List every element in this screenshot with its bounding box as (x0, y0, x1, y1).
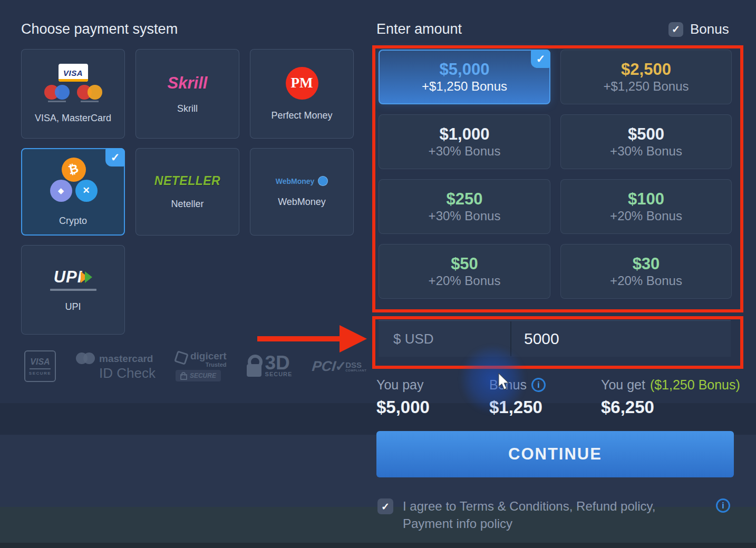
payment-method-label: VISA, MasterCard (35, 113, 111, 124)
perfect-money-icon: PM (286, 67, 318, 100)
amount-value: $2,500 (621, 61, 671, 77)
visa-secure-badge: VISA SECURE (24, 350, 56, 382)
amount-bonus: +$1,250 Bonus (422, 80, 507, 93)
you-get-label: You get (601, 377, 645, 393)
amount-input-panel: $ USD (379, 320, 731, 357)
choose-payment-title: Choose payment system (21, 21, 178, 37)
ethereum-icon: ◆ (50, 180, 72, 202)
terms-text[interactable]: I agree to Terms & Conditions, Refund po… (403, 497, 704, 532)
amount-bonus: +30% Bonus (610, 145, 682, 158)
digicert-badge: digicert Trusted SECURE (176, 351, 227, 381)
bonus-block: Bonus i $1,250 (489, 377, 546, 417)
3d-secure-badge: 3D SECURE (247, 355, 293, 378)
bitcoin-icon: ₿ (62, 158, 86, 182)
pci-dss-badge: PCI ✓ DSS COMPLIANT (312, 358, 366, 375)
webmoney-globe-icon (318, 176, 328, 186)
you-pay-value: $5,000 (376, 397, 430, 417)
terms-checkbox[interactable]: ✓ (377, 498, 393, 514)
payment-method-skrill[interactable]: Skrill Skrill (135, 49, 239, 139)
amount-value: $5,000 (440, 61, 490, 77)
payment-method-label: Perfect Money (271, 110, 332, 121)
padlock-icon (247, 355, 263, 378)
payment-method-grid: VISA VISA, MasterCard Skrill Skrill PM P… (21, 49, 354, 335)
amount-value: $1,000 (440, 126, 490, 142)
amount-value: $500 (628, 126, 664, 142)
payment-method-label: Skrill (177, 103, 198, 114)
security-badges-row: VISA SECURE mastercard ID Check digicert… (24, 349, 366, 384)
payment-method-crypto[interactable]: ✓ ₿ ◆ ✕ Crypto (21, 148, 125, 236)
payment-method-webmoney[interactable]: WebMoney WebMoney (250, 148, 354, 236)
upi-subtext-bar (50, 289, 96, 291)
you-pay-block: You pay $5,000 (376, 377, 430, 417)
payment-method-label: WebMoney (278, 197, 326, 208)
amount-grid: ✓ $5,000 +$1,250 Bonus $2,500 +$1,250 Bo… (379, 50, 732, 299)
bonus-toggle[interactable]: ✓ Bonus (668, 21, 729, 37)
lock-icon (180, 374, 187, 380)
amount-tile-250[interactable]: $250 +30% Bonus (379, 179, 550, 234)
amount-value: $250 (447, 191, 483, 207)
you-pay-label: You pay (376, 377, 423, 393)
amount-value: $100 (628, 191, 664, 207)
upi-arrow-icon (85, 271, 92, 283)
check-icon: ✓ (335, 358, 346, 375)
payment-method-label: Crypto (59, 216, 87, 227)
currency-selector[interactable]: $ USD (379, 331, 510, 347)
webmoney-logo: WebMoney (276, 176, 328, 186)
selected-check-icon: ✓ (105, 148, 125, 167)
amount-value: $50 (451, 256, 478, 272)
ripple-icon: ✕ (75, 180, 98, 202)
amount-bonus: +$1,250 Bonus (603, 80, 689, 93)
amount-tile-1000[interactable]: $1,000 +30% Bonus (379, 114, 550, 169)
you-get-value: $6,250 (601, 397, 740, 417)
amount-tile-30[interactable]: $30 +20% Bonus (560, 244, 732, 299)
crypto-coins-icon: ₿ ◆ ✕ (47, 158, 100, 205)
amount-bonus: +20% Bonus (610, 210, 682, 222)
skrill-logo: Skrill (168, 74, 208, 93)
amount-tile-2500[interactable]: $2,500 +$1,250 Bonus (560, 50, 732, 104)
amount-bonus: +20% Bonus (429, 275, 501, 287)
selected-check-icon: ✓ (531, 50, 550, 68)
amount-tile-50[interactable]: $50 +20% Bonus (379, 244, 550, 299)
background-band (0, 543, 756, 548)
amount-bonus: +20% Bonus (610, 275, 682, 287)
payment-method-neteller[interactable]: NETELLER Neteller (135, 148, 239, 236)
payment-method-upi[interactable]: UPI UPI (21, 245, 125, 335)
amount-tile-100[interactable]: $100 +20% Bonus (560, 179, 732, 234)
you-get-bonus-note: ($1,250 Bonus) (650, 377, 740, 393)
mastercard-circles-icon (76, 353, 95, 364)
enter-amount-title: Enter amount (376, 21, 462, 37)
bonus-checkbox[interactable]: ✓ (668, 22, 683, 37)
visa-mastercard-icon: VISA (44, 64, 102, 102)
you-get-block: You get ($1,250 Bonus) $6,250 (601, 377, 740, 417)
amount-value: $30 (633, 256, 660, 272)
bonus-label: Bonus (489, 377, 527, 393)
payment-method-perfect-money[interactable]: PM Perfect Money (250, 49, 354, 139)
terms-row: ✓ I agree to Terms & Conditions, Refund … (377, 497, 704, 532)
bonus-toggle-label: Bonus (690, 21, 729, 37)
annotation-arrow (257, 336, 341, 341)
payment-method-label: UPI (65, 301, 81, 312)
amount-tile-5000[interactable]: ✓ $5,000 +$1,250 Bonus (379, 50, 550, 104)
bonus-info-icon[interactable]: i (531, 378, 546, 392)
payment-method-label: Neteller (171, 199, 203, 210)
amount-bonus: +30% Bonus (429, 145, 501, 158)
deposit-modal: Choose payment system VISA VISA, MasterC… (0, 0, 756, 548)
bonus-value: $1,250 (489, 397, 546, 417)
annotation-arrow-head (340, 325, 367, 353)
mastercard-idcheck-badge: mastercard ID Check (76, 353, 156, 380)
neteller-logo: NETELLER (154, 174, 220, 188)
amount-tile-500[interactable]: $500 +30% Bonus (560, 114, 732, 169)
digicert-icon (174, 350, 189, 365)
payment-method-visa-mastercard[interactable]: VISA VISA, MasterCard (21, 49, 125, 139)
amount-bonus: +30% Bonus (429, 210, 501, 222)
terms-info-icon[interactable]: i (716, 498, 730, 513)
continue-button[interactable]: CONTINUE (376, 431, 734, 477)
amount-input[interactable] (511, 322, 731, 355)
upi-logo: UPI (50, 268, 96, 291)
